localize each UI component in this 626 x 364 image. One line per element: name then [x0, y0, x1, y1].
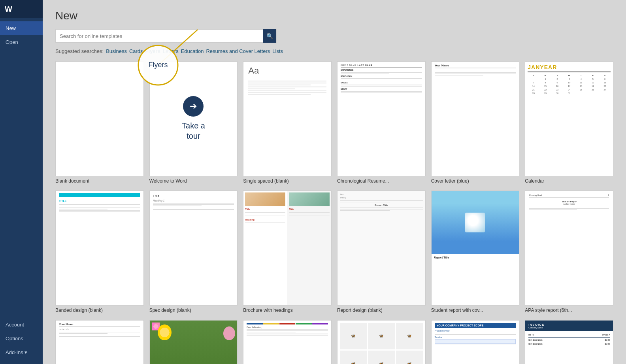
template-item-cover-letter[interactable]: Your Name Cover letter (blue)	[431, 61, 520, 184]
template-item-resume-chron[interactable]: FIRST NAME LAST NAME EXPERIENCE EDUCATIO…	[337, 61, 426, 184]
resume-color-divider	[59, 326, 140, 327]
sidebar-item-account[interactable]: Account	[0, 318, 43, 332]
sidebar: W New Open Account Options Add-Ins ▾	[0, 0, 43, 364]
banded-preview: TITLE	[56, 191, 143, 305]
report-line-3	[340, 207, 423, 208]
template-item-report[interactable]: Title Theory Report Title Report design …	[337, 190, 426, 313]
suggested-link-cards[interactable]: Cards	[129, 48, 143, 54]
invoice-body: Bill To: Invoice # Item description $0.0…	[525, 331, 613, 349]
template-item-blank[interactable]: Blank document	[55, 61, 144, 184]
template-item-banded[interactable]: TITLE Banded design (blank)	[55, 190, 144, 313]
resume-section-education: EDUCATION	[341, 75, 422, 77]
brochure-line-1	[245, 212, 285, 213]
colorbar-purple	[312, 323, 328, 324]
template-label-apa: APA style report (6th...	[525, 307, 613, 314]
template-label-cover-letter: Cover letter (blue)	[431, 178, 520, 185]
sidebar-item-open[interactable]: Open	[0, 35, 43, 49]
resume-line-7	[341, 91, 422, 92]
sidebar-item-6[interactable]	[0, 77, 43, 87]
doc-line-2	[248, 83, 326, 83]
main-content: New 🔍 Suggested searches: Business Cards…	[43, 0, 626, 364]
suggested-link-lists[interactable]: Lists	[272, 48, 283, 54]
report-top-label: Title	[340, 193, 423, 196]
report-preview: Title Theory Report Title	[338, 191, 425, 305]
template-label-banded: Banded design (blank)	[55, 307, 144, 314]
invoice-bill-to: Bill To:	[528, 334, 534, 336]
apa-running-head: Running Head	[529, 194, 542, 196]
template-item-spec[interactable]: Title Heading 1 Spec design (blank)	[149, 190, 238, 313]
apa-line-1	[529, 207, 609, 207]
suggested-link-business[interactable]: Business	[106, 48, 127, 54]
suggested-link-flyers[interactable]: Flyers	[145, 48, 160, 54]
template-item-return-labels[interactable]: 🦋 🦋 🦋 🦋 🦋 🦋 🦋 🦋 🦋 🦋 🦋 🦋 Retu	[337, 320, 426, 364]
template-thumb-report: Title Theory Report Title	[337, 190, 426, 306]
sidebar-item-4[interactable]	[0, 58, 43, 68]
template-grid: Blank document ➔ Take atour Welcome to W…	[55, 61, 613, 364]
calendar-preview: JANYEAR S M T W T F S 1	[525, 62, 613, 176]
spec-heading: Heading 1	[153, 199, 234, 202]
template-label-report: Report design (blank)	[337, 307, 426, 314]
template-item-calendar[interactable]: JANYEAR S M T W T F S 1	[525, 61, 613, 184]
template-label-tour: Welcome to Word	[149, 178, 238, 185]
sidebar-item-new[interactable]: New	[0, 21, 43, 35]
project-line-3	[435, 345, 516, 345]
butterfly-1: 🦋	[351, 334, 355, 338]
biz-line-5	[247, 335, 328, 336]
label-5: 🦋	[368, 351, 395, 364]
seasonal-top-bg	[150, 321, 238, 364]
template-item-invoice[interactable]: INVOICE Company Name Bill To: Invoice # …	[525, 320, 613, 364]
spec-line-1	[153, 203, 234, 204]
sidebar-item-options[interactable]: Options	[0, 332, 43, 345]
template-item-student-report[interactable]: Report Title Student report with cov...	[431, 190, 520, 313]
search-input[interactable]	[56, 33, 263, 39]
single-spaced-aa: Aa	[248, 66, 326, 76]
template-item-resume-color[interactable]: Your Name contact info Resume (color)	[55, 320, 144, 364]
template-item-seasonal-flyer[interactable]: DATE EVENT TITLE HERE Seasonal event fly…	[149, 320, 238, 364]
student-image-inner	[465, 213, 485, 232]
banded-line-1	[59, 204, 140, 205]
template-thumb-brochure: Title Heading Title	[243, 190, 332, 306]
template-item-project-scope[interactable]: YOUR COMPANY PROJECT SCOPE Project Overv…	[431, 320, 520, 364]
suggested-searches: Suggested searches: Business Cards Flyer…	[55, 48, 613, 54]
calendar-grid: S M T W T F S 1 2 3 4 5	[528, 74, 611, 95]
template-label-resume-chron: Chronological Resume...	[337, 178, 426, 185]
template-item-brochure[interactable]: Title Heading Title	[243, 190, 332, 313]
butterfly-6: 🦋	[407, 362, 411, 364]
report-line-2	[340, 202, 390, 203]
template-item-apa[interactable]: Running Head 1 Title of Paper Author Nam…	[525, 190, 613, 313]
colorbar-yellow	[263, 323, 279, 324]
tour-text: Take atour	[182, 121, 205, 141]
suggested-link-education[interactable]: Education	[181, 48, 204, 54]
report-line-4	[340, 209, 423, 210]
template-item-tour[interactable]: ➔ Take atour Welcome to Word	[149, 61, 238, 184]
template-label-blank: Blank document	[55, 178, 144, 185]
sidebar-item-5[interactable]	[0, 68, 43, 77]
suggested-link-resumes[interactable]: Resumes and Cover Letters	[206, 48, 270, 54]
resume-chron-preview: FIRST NAME LAST NAME EXPERIENCE EDUCATIO…	[338, 62, 425, 176]
sidebar-item-addins[interactable]: Add-Ins ▾	[0, 345, 43, 359]
sidebar-item-3[interactable]	[0, 49, 43, 58]
project-section-1: Project Overview	[435, 330, 516, 332]
resume-line-3	[341, 78, 422, 79]
template-item-biz-letter[interactable]: Dear Sir/Madam, Business letter (Sales..…	[243, 320, 332, 364]
suggested-link-letters[interactable]: Letters	[163, 48, 179, 54]
calendar-year: YEAR	[540, 64, 557, 70]
brochure-heading-2: Heading	[245, 219, 285, 221]
search-button[interactable]: 🔍	[263, 29, 276, 43]
doc-line-5	[248, 89, 295, 89]
student-report-title: Report Title	[432, 254, 519, 261]
project-line-1	[435, 333, 516, 334]
brochure-heading-1: Title	[245, 208, 285, 210]
apa-page-num: 1	[608, 194, 609, 196]
report-line-1	[340, 200, 423, 201]
apa-line-3	[529, 209, 577, 210]
colorbar-red	[279, 323, 295, 324]
spec-line-2	[153, 204, 234, 205]
template-item-single-spaced[interactable]: Aa Single spaced (blank)	[243, 61, 332, 184]
apa-author: Author Name	[529, 203, 609, 205]
resume-color-contact: contact info	[59, 328, 140, 330]
banded-title-text: TITLE	[59, 200, 140, 202]
project-section-2: Timeline	[435, 336, 516, 338]
brochure-preview: Title Heading Title	[243, 191, 331, 305]
invoice-company: Company Name	[528, 326, 610, 329]
